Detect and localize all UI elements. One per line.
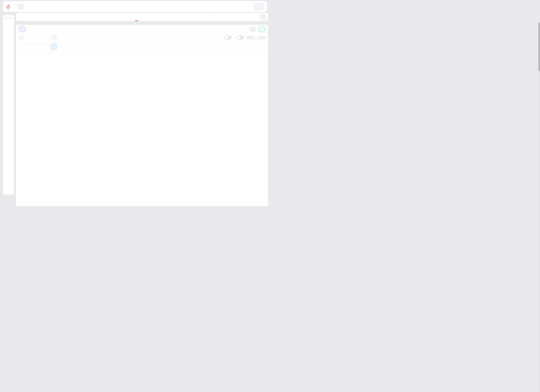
schedule-panel bbox=[16, 25, 268, 196]
regenerate-button[interactable] bbox=[18, 26, 26, 32]
store-selector[interactable] bbox=[205, 5, 210, 8]
tab-bar bbox=[16, 13, 268, 21]
schedule-toolbar bbox=[16, 25, 268, 34]
guava-pear-icon bbox=[6, 4, 11, 9]
view-week-button[interactable] bbox=[253, 36, 259, 39]
cancel-button[interactable] bbox=[249, 26, 256, 32]
employee-search-input[interactable] bbox=[19, 44, 49, 50]
logout-button[interactable] bbox=[240, 3, 247, 10]
tab-calendario[interactable] bbox=[135, 13, 138, 21]
sidebar bbox=[3, 15, 14, 195]
view-day-button[interactable] bbox=[259, 36, 265, 39]
sidebar-team-group bbox=[4, 17, 13, 19]
notifications-button[interactable] bbox=[217, 3, 224, 10]
view-month-button[interactable] bbox=[247, 36, 253, 39]
avatar bbox=[254, 4, 260, 10]
show-details-toggle[interactable] bbox=[237, 35, 244, 40]
employee-filter bbox=[16, 42, 60, 52]
hamburger-menu-button[interactable] bbox=[17, 3, 24, 10]
settings-button[interactable] bbox=[260, 14, 266, 20]
week-navigation bbox=[16, 34, 268, 42]
brand-logo bbox=[6, 4, 12, 9]
previous-week-button[interactable] bbox=[18, 35, 24, 40]
user-menu[interactable] bbox=[254, 3, 264, 10]
refresh-button[interactable] bbox=[232, 3, 239, 10]
divider bbox=[250, 4, 250, 9]
next-week-button[interactable] bbox=[51, 35, 57, 40]
day-header-row bbox=[16, 42, 268, 52]
tab-turnos[interactable] bbox=[146, 13, 149, 21]
divider bbox=[15, 4, 15, 9]
view-switcher bbox=[247, 36, 266, 39]
help-button[interactable] bbox=[225, 3, 231, 10]
apply-button[interactable] bbox=[258, 26, 266, 32]
show-clockin-toggle[interactable] bbox=[224, 35, 232, 40]
add-employee-button[interactable] bbox=[51, 44, 57, 50]
app-header bbox=[3, 1, 267, 12]
